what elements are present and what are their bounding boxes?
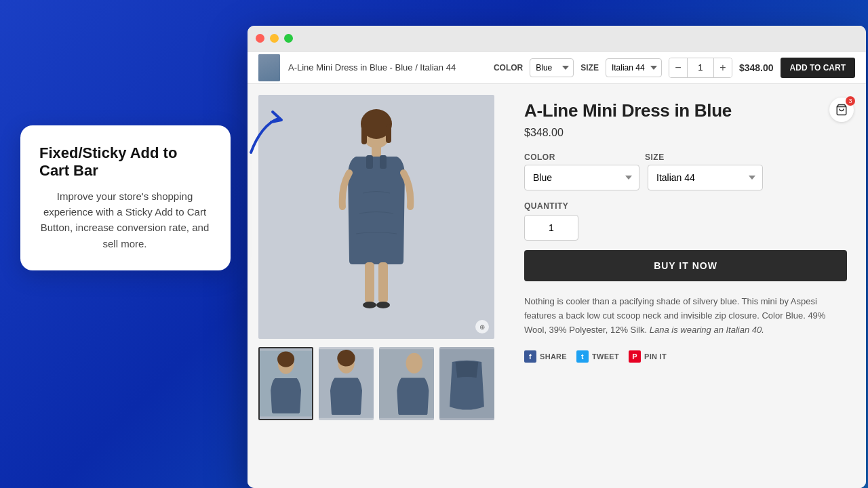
svg-rect-3 [386,124,391,143]
svg-rect-5 [366,155,373,169]
social-row: f SHARE t TWEET P PIN IT [524,350,847,363]
sticky-controls: COLOR Blue Black White SIZE Italian 40 I… [494,58,855,78]
cart-badge: 3 [846,96,855,106]
thumbnail-4[interactable] [439,347,494,420]
minimize-button[interactable] [270,34,279,43]
sticky-price: $348.00 [739,62,774,73]
svg-rect-7 [365,262,374,303]
cart-icon-button[interactable]: 3 [829,98,854,122]
title-bar [248,26,866,52]
svg-rect-2 [361,124,367,144]
browser-window: A-Line Mini Dress in Blue - Blue / Itali… [248,26,866,488]
sticky-qty-plus-button[interactable]: + [714,58,732,77]
zoom-icon[interactable]: ⊕ [475,320,489,333]
share-button[interactable]: f SHARE [524,350,567,363]
pinterest-icon: P [629,350,641,363]
product-figure [329,105,424,329]
svg-rect-6 [380,155,387,169]
arrow-icon [237,105,292,159]
sticky-quantity-control: − + [669,58,732,78]
quantity-label: Quantity [524,201,847,211]
arrow-container [237,105,292,159]
thumbnail-3[interactable] [379,347,434,420]
product-page: ⊕ [248,84,866,488]
size-label: SIZE [645,152,665,162]
svg-rect-8 [378,262,388,303]
tooltip-title: Fixed/Sticky Add to Cart Bar [39,144,210,180]
sticky-product-title: A-Line Mini Dress in Blue - Blue / Itali… [288,62,486,73]
close-button[interactable] [256,34,264,43]
cart-icon [835,104,848,116]
sticky-qty-minus-button[interactable]: − [669,58,687,77]
svg-point-16 [337,350,355,366]
sticky-size-label: SIZE [580,63,599,73]
svg-point-18 [406,353,422,373]
sticky-color-label: COLOR [494,63,523,73]
sticky-color-select[interactable]: Blue Black White [530,58,574,77]
sticky-add-to-cart-button[interactable]: ADD TO CART [781,58,855,78]
svg-rect-4 [372,147,381,157]
tooltip-card: Fixed/Sticky Add to Cart Bar Improve you… [20,125,231,270]
thumbnail-1[interactable] [258,347,313,420]
product-title: A-Line Mini Dress in Blue [524,100,847,121]
maximize-button[interactable] [284,34,293,43]
product-description: Nothing is cooler than a pacifying shade… [524,295,847,337]
sticky-qty-input[interactable] [687,58,714,77]
main-product-image: ⊕ [258,95,494,339]
twitter-icon: t [576,350,589,363]
facebook-icon: f [524,350,536,363]
size-select[interactable]: Italian 40 Italian 42 Italian 44 Italian… [648,165,763,190]
svg-point-9 [363,302,376,308]
sticky-product-thumbnail [258,54,280,81]
svg-point-13 [277,351,294,367]
tooltip-text: Improve your store's shopping experience… [39,188,210,251]
sticky-size-select[interactable]: Italian 40 Italian 42 Italian 44 Italian… [606,58,662,77]
color-label: COLOR [524,152,645,162]
selects-row: Blue Black White Italian 40 Italian 42 I… [524,165,847,190]
svg-point-10 [376,302,390,308]
thumbnail-2[interactable] [319,347,374,420]
product-price: $348.00 [524,127,847,139]
tweet-button[interactable]: t TWEET [576,350,619,363]
pin-button[interactable]: P PIN IT [629,350,667,363]
info-section: A-Line Mini Dress in Blue $348.00 3 COLO… [505,84,866,488]
thumbnail-row [258,347,494,420]
sticky-add-to-cart-bar: A-Line Mini Dress in Blue - Blue / Itali… [248,52,866,84]
buy-now-button[interactable]: BUY IT NOW [524,250,847,281]
quantity-input[interactable] [524,215,578,241]
color-select[interactable]: Blue Black White [524,165,639,190]
